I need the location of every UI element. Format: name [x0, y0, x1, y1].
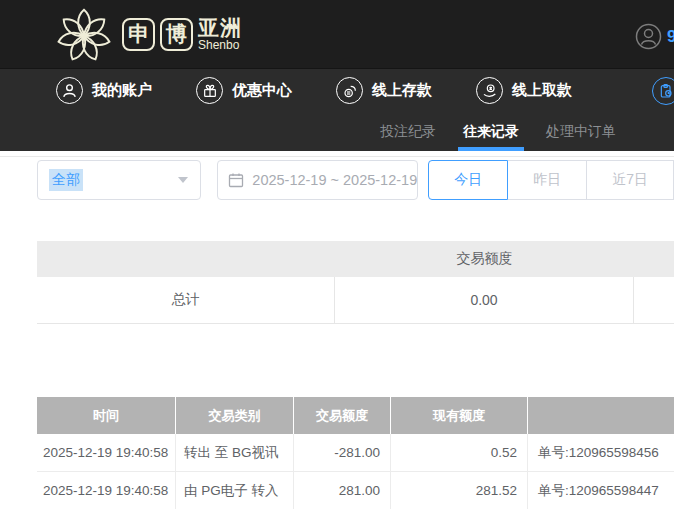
- deposit-icon: [336, 77, 363, 104]
- cell-balance: 0.52: [391, 434, 528, 471]
- logo-region-block: 亚洲 Shenbo: [198, 17, 242, 52]
- nav-item-deposit[interactable]: 线上存款: [336, 77, 432, 104]
- nav-label: 线上取款: [512, 81, 572, 100]
- date-range-value: 2025-12-19 ~ 2025-12-19: [252, 172, 417, 188]
- transaction-records-icon[interactable]: [652, 77, 674, 105]
- table-row: 2025-12-19 19:40:58 转出 至 BG视讯 -281.00 0.…: [37, 434, 674, 472]
- summary-table: 交易额度 总计 0.00: [37, 241, 674, 324]
- withdraw-icon: [476, 77, 503, 104]
- nav-item-my-account[interactable]: 我的账户: [56, 77, 152, 104]
- tab-betting-records[interactable]: 投注纪录: [380, 112, 436, 151]
- brand-logo[interactable]: 申 博 亚洲 Shenbo: [52, 4, 242, 64]
- cell-amount: 281.00: [294, 472, 391, 509]
- nav-label: 优惠中心: [232, 81, 292, 100]
- today-button[interactable]: 今日: [428, 160, 508, 200]
- quick-date-buttons: 今日 昨日 近7日: [428, 160, 674, 200]
- nav-item-promotions[interactable]: 优惠中心: [196, 77, 292, 104]
- summary-total-label: 总计: [37, 277, 335, 323]
- summary-total-row: 总计 0.00: [37, 277, 674, 324]
- records-table: 时间 交易类别 交易额度 现有额度 2025-12-19 19:40:58 转出…: [37, 397, 674, 509]
- col-header-balance: 现有额度: [391, 397, 528, 434]
- cell-amount: -281.00: [294, 434, 391, 471]
- last7days-button[interactable]: 近7日: [587, 160, 674, 200]
- main-nav: 我的账户 优惠中心 线上存款 线上取款: [0, 68, 674, 112]
- nav-item-withdraw[interactable]: 线上取款: [476, 77, 572, 104]
- flower-logo-icon: [52, 4, 116, 64]
- summary-header-amount: 交易额度: [335, 250, 634, 268]
- logo-subtitle: Shenbo: [198, 39, 242, 52]
- cell-time: 2025-12-19 19:40:58: [37, 434, 176, 471]
- date-range-input[interactable]: 2025-12-19 ~ 2025-12-19: [217, 160, 418, 200]
- col-header-time: 时间: [37, 397, 176, 434]
- cell-type: 由 PG电子 转入: [176, 472, 294, 509]
- filter-row: 全部 2025-12-19 ~ 2025-12-19 今日 昨日 近7日: [37, 160, 674, 200]
- category-select-value: 全部: [49, 169, 83, 191]
- user-icon: [56, 77, 83, 104]
- col-header-order: [528, 397, 674, 434]
- table-row: 2025-12-19 19:40:58 由 PG电子 转入 281.00 281…: [37, 472, 674, 509]
- cell-order-number: 单号:120965598456: [528, 434, 674, 471]
- records-tabbar: 投注纪录 往来记录 处理中订单: [0, 112, 674, 151]
- logo-region-text: 亚洲: [198, 17, 242, 39]
- nav-label: 我的账户: [92, 81, 152, 100]
- logo-characters: 申 博: [122, 18, 193, 51]
- tab-transfer-records[interactable]: 往来记录: [463, 112, 519, 151]
- cell-time: 2025-12-19 19:40:58: [37, 472, 176, 509]
- summary-total-value: 0.00: [335, 277, 634, 323]
- nav-label: 线上存款: [372, 81, 432, 100]
- cell-order-number: 单号:120965598447: [528, 472, 674, 509]
- chevron-down-icon: [178, 177, 188, 183]
- logo-char-shen: 申: [122, 18, 155, 51]
- col-header-type: 交易类别: [176, 397, 294, 434]
- calendar-icon: [228, 172, 244, 188]
- col-header-amount: 交易额度: [294, 397, 391, 434]
- cell-type: 转出 至 BG视讯: [176, 434, 294, 471]
- gift-icon: [196, 77, 223, 104]
- header-user-area[interactable]: 9: [635, 23, 674, 50]
- content-divider: [0, 156, 674, 157]
- user-avatar-icon: [635, 23, 662, 50]
- username-text: 9: [667, 27, 674, 47]
- logo-char-bo: 博: [160, 18, 193, 51]
- cell-balance: 281.52: [391, 472, 528, 509]
- yesterday-button[interactable]: 昨日: [508, 160, 587, 200]
- records-header-row: 时间 交易类别 交易额度 现有额度: [37, 397, 674, 434]
- category-select[interactable]: 全部: [37, 160, 201, 200]
- summary-header-row: 交易额度: [37, 241, 674, 277]
- tab-pending-orders[interactable]: 处理中订单: [546, 112, 616, 151]
- top-header: 申 博 亚洲 Shenbo 9: [0, 0, 674, 68]
